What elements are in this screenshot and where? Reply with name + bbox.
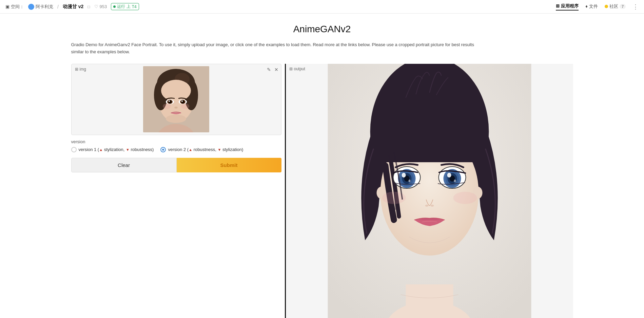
community-badge: 7 (620, 4, 626, 9)
svg-point-17 (174, 107, 178, 109)
triangle-up-icon: ▲ (99, 148, 103, 152)
space-label: ▣ 空间： (5, 4, 24, 10)
triangle-down-icon-2: ▼ (217, 148, 221, 152)
svg-point-42 (447, 173, 451, 177)
triangle-up-icon-2: ▲ (189, 148, 192, 152)
img-label: ⊞ img (75, 67, 86, 72)
space-text: 空间： (11, 4, 24, 10)
svg-point-8 (161, 80, 191, 101)
nav-item-community[interactable]: 社区 7 (605, 3, 626, 10)
files-icon: ♦ (585, 4, 588, 9)
nav-item-files[interactable]: ♦ 文件 (585, 3, 598, 10)
close-icon[interactable]: ✕ (274, 67, 278, 72)
svg-point-35 (408, 180, 410, 182)
run-badge: 运行 上 T4 (111, 3, 139, 10)
space-icon: ▣ (5, 4, 9, 9)
svg-point-47 (453, 192, 477, 204)
svg-point-12 (169, 100, 170, 102)
svg-point-15 (181, 100, 184, 104)
img-label-text: img (80, 67, 86, 72)
nav-app-label: 应用程序 (561, 3, 579, 9)
like-count: 953 (100, 4, 107, 9)
svg-point-44 (425, 205, 428, 207)
version-2-label: version 2 (▲ robustness, ▼ stylization) (168, 147, 243, 152)
svg-point-11 (168, 100, 172, 104)
page-description: Gradio Demo for AnimeGanv2 Face Portrait… (71, 41, 478, 56)
user-name: 阿卡利克 (36, 4, 53, 10)
version-label: version (71, 139, 281, 144)
more-menu-icon[interactable]: ⋮ (632, 3, 639, 11)
nav-left: ▣ 空间： 阿卡利克 / 动漫甘 v2 □ ♡ 953 运行 上 T4 (5, 3, 139, 10)
like-button[interactable]: ♡ 953 (94, 4, 107, 9)
submit-button[interactable]: Submit (177, 158, 281, 172)
svg-point-18 (166, 115, 186, 123)
output-box: ⊞ output (286, 64, 573, 318)
version-options: version 1 (▲ stylization, ▼ robustness) … (71, 147, 281, 152)
uploaded-image (143, 66, 209, 132)
run-tag: T4 (132, 4, 137, 9)
nav-item-app[interactable]: ⊞ 应用程序 (556, 3, 579, 11)
anime-portrait-svg (286, 64, 573, 318)
svg-rect-23 (406, 284, 453, 318)
svg-point-45 (430, 205, 434, 207)
separator: / (57, 4, 59, 10)
nav-community-label: 社区 (609, 3, 618, 10)
version-1-radio[interactable] (71, 147, 77, 152)
svg-point-16 (181, 100, 183, 102)
svg-point-19 (163, 104, 171, 109)
left-panel: ⊞ img ✎ ✕ (71, 64, 281, 172)
image-upload-box[interactable]: ⊞ img ✎ ✕ (71, 64, 281, 135)
svg-point-34 (402, 173, 406, 177)
user-avatar (28, 4, 34, 10)
user-link[interactable]: 阿卡利克 (28, 4, 53, 10)
run-dot (113, 5, 116, 8)
panels-container: ⊞ img ✎ ✕ (71, 64, 573, 318)
clear-button[interactable]: Clear (71, 158, 177, 172)
version-2-option[interactable]: version 2 (▲ robustness, ▼ stylization) (160, 147, 243, 152)
main-content: AnimeGANv2 Gradio Demo for AnimeGanv2 Fa… (51, 14, 593, 318)
img-icon: ⊞ (75, 67, 78, 72)
version-2-radio[interactable] (160, 147, 166, 152)
page-title: AnimeGANv2 (71, 24, 573, 35)
edit-icon[interactable]: ✎ (267, 67, 271, 72)
right-panel: ⊞ output (285, 64, 573, 318)
app-name: 动漫甘 v2 (63, 4, 83, 10)
app-icon: ⊞ (556, 3, 560, 8)
version-section: version version 1 (▲ stylization, ▼ robu… (71, 139, 281, 152)
nav-files-label: 文件 (589, 3, 598, 10)
button-row: Clear Submit (71, 158, 281, 172)
community-dot (605, 5, 608, 8)
heart-icon: ♡ (94, 4, 98, 9)
triangle-down-icon: ▼ (126, 148, 130, 152)
anime-portrait-container (286, 64, 573, 318)
version-1-option[interactable]: version 1 (▲ stylization, ▼ robustness) (71, 147, 154, 152)
top-navigation: ▣ 空间： 阿卡利克 / 动漫甘 v2 □ ♡ 953 运行 上 T4 ⊞ 应用… (0, 0, 644, 14)
svg-point-20 (181, 104, 189, 109)
run-label: 运行 上 (117, 4, 130, 10)
share-icon[interactable]: □ (87, 4, 90, 9)
svg-point-43 (454, 180, 456, 182)
nav-right: ⊞ 应用程序 ♦ 文件 社区 7 ⋮ (556, 3, 639, 11)
version-1-label: version 1 (▲ stylization, ▼ robustness) (79, 147, 154, 152)
